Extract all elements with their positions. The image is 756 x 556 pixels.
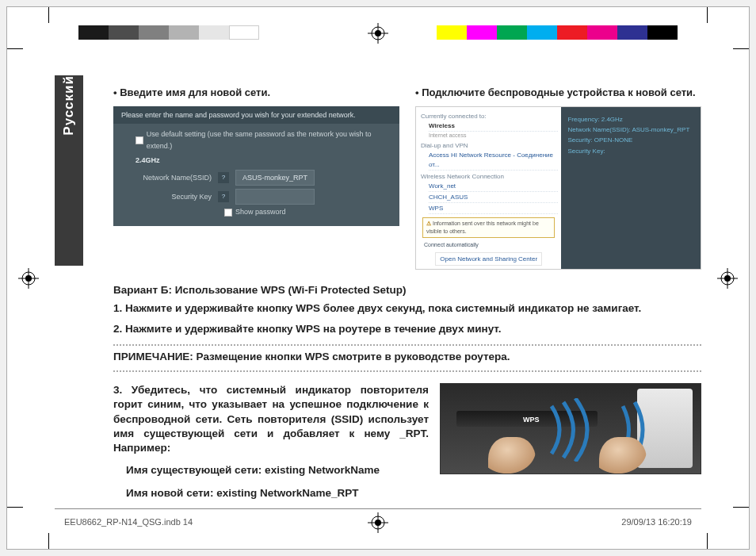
detail-ssid: Network Name(SSID): ASUS-monkey_RPT [567,125,694,134]
section-connect-devices: Подключите беспроводные устройства к нов… [415,86,701,270]
content-area: Введите имя для новой сети. Please enter… [113,86,701,500]
dialup-label: Dial-up and VPN [421,141,558,150]
divider [113,344,701,346]
section-a-title: Введите имя для новой сети. [113,86,399,98]
registration-mark-icon [368,23,388,44]
step-3-existing: Имя существующей сети: existing NetworkN… [113,463,429,477]
wifi-wireless: Wireless [429,121,558,132]
crop-mark [707,533,708,549]
crop-mark [7,48,23,49]
step-3-new: Имя новой сети: existing NetworkName_RPT [113,486,429,500]
internet-access-label: Internet access [429,132,558,140]
note-text: ПРИМЕЧАНИЕ: Размещение кнопки WPS смотри… [113,351,701,362]
hand-icon [488,437,536,474]
section-enter-name: Введите имя для новой сети. Please enter… [113,86,399,270]
seckey-label: Security Key [136,191,212,202]
step-3-block: 3. Убедитесь, что системный индикатор по… [113,383,429,500]
wifi-item[interactable]: WPS [429,203,558,214]
footer: EEU8662_RP-N14_QSG.indb 14 29/09/13 16:2… [64,517,692,527]
use-default-label: Use default setting (use the same passwo… [147,128,391,151]
wps-illustration: WPS [440,383,701,474]
crop-mark [733,507,749,508]
wifi-list-panel: Currently connected to: Wireless Interne… [416,107,561,269]
grayscale-bar [78,25,259,40]
divider [113,370,701,372]
freq-tag: 2.4GHz [136,155,391,166]
show-password-checkbox[interactable] [224,209,232,217]
detail-frequency: Frequency: 2.4GHz [567,115,694,124]
ssid-label: Network Name(SSID) [136,172,212,183]
open-network-center-link[interactable]: Open Network and Sharing Center [435,252,542,266]
color-bar [437,25,678,40]
crop-mark [733,48,749,49]
footer-file: EEU8662_RP-N14_QSG.indb 14 [64,517,193,527]
show-password-label: Show password [235,206,286,217]
footer-date: 29/09/13 16:20:19 [621,517,692,527]
security-warning: ⚠ Information sent over this network mig… [422,217,555,238]
registration-mark-icon [717,268,738,289]
registration-mark-icon [18,268,39,289]
wnc-label: Wireless Network Connection [421,172,558,181]
crop-mark [48,7,49,23]
detail-seckey: Security Key: [567,147,694,155]
footer-divider [55,508,701,509]
step-3-main: 3. Убедитесь, что системный индикатор по… [113,383,429,455]
wifi-item[interactable]: Access HI Network Resource - Соединение … [429,150,558,170]
hand-icon [599,437,647,474]
section-b-title: Подключите беспроводные устройства к нов… [415,86,701,98]
wifi-flyout: Currently connected to: Wireless Interne… [415,106,701,270]
ssid-input[interactable]: ASUS-monkey_RPT [235,170,315,186]
wifi-details-panel: Frequency: 2.4GHz Network Name(SSID): AS… [561,107,701,269]
language-label: Русский [61,75,77,147]
step-1: 1. Нажмите и удерживайте кнопку WPS боле… [113,301,701,316]
crop-mark [7,507,23,508]
language-tab: Русский [55,75,83,266]
crop-mark [48,533,49,549]
use-default-checkbox[interactable] [136,136,143,144]
wifi-item[interactable]: CHCH_ASUS [429,192,558,203]
setup-dialog: Please enter the name and password you w… [113,106,399,226]
info-icon[interactable]: ? [218,191,229,202]
info-icon[interactable]: ? [218,172,229,183]
signal-waves-icon [544,398,599,462]
connect-auto-label: Connect automatically [424,242,479,247]
option-b-title: Вариант Б: Использование WPS (Wi-Fi Prot… [113,284,701,296]
seckey-input[interactable] [235,189,315,205]
detail-security: Security: OPEN-NONE [567,136,694,144]
currently-connected-label: Currently connected to: [421,112,558,121]
wifi-item[interactable]: Work_net [429,181,558,192]
page: Русский Введите имя для новой сети. Plea… [6,6,750,550]
step-2: 2. Нажмите и удерживайте кнопку WPS на р… [113,321,701,337]
dialog-header: Please enter the name and password you w… [113,106,399,124]
wps-label: WPS [523,416,540,424]
crop-mark [707,7,708,23]
